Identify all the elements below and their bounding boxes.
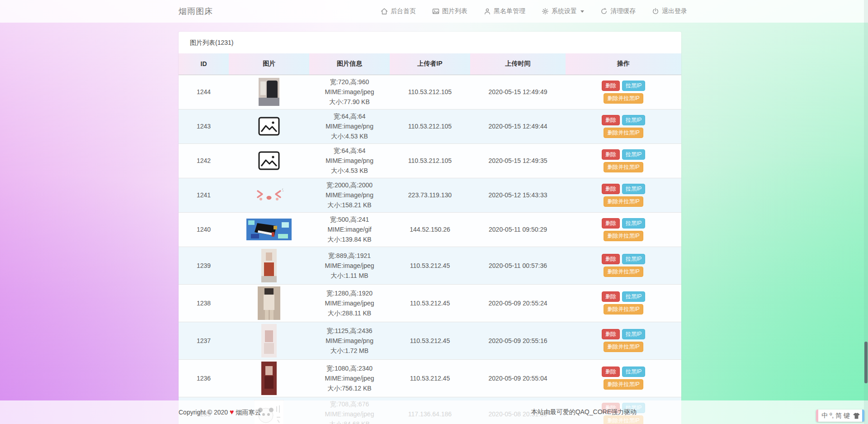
- delete-button[interactable]: 删除: [602, 184, 620, 194]
- image-id-cell: 1241: [179, 178, 229, 212]
- ime-indicator[interactable]: 中 º, 简 键: [816, 410, 864, 422]
- footer: Copyright © 2020 ♥ 烟雨寒云 本站由最可爱的QAQ_CORE强…: [0, 400, 868, 424]
- image-id-cell: 1243: [179, 109, 229, 143]
- upload-time-cell: 2020-05-15 12:49:44: [470, 109, 566, 143]
- nav-item-label: 系统设置: [552, 7, 577, 15]
- delete-button[interactable]: 删除: [602, 149, 620, 160]
- image-thumbnail[interactable]: [258, 151, 280, 170]
- ime-status-text: 中 º, 简 键: [821, 412, 850, 420]
- delete-button[interactable]: 删除: [602, 218, 620, 229]
- table-row: 1243 宽:64,高:64 MIME:image/png 大小:4.53 KB…: [179, 109, 681, 143]
- uploader-ip-cell: 223.73.119.130: [390, 178, 470, 212]
- image-mime: MIME:image/png: [311, 156, 388, 166]
- image-id-cell: 1236: [179, 359, 229, 397]
- image-thumbnail[interactable]: [246, 219, 292, 240]
- image-info-cell: 宽:64,高:64 MIME:image/png 大小:4.53 KB: [309, 109, 390, 143]
- image-dimensions: 宽:1125,高:2436: [311, 326, 388, 336]
- image-info-cell: 宽:1125,高:2436 MIME:image/png 大小:1.72 MB: [309, 322, 390, 359]
- upload-time-cell: 2020-05-15 12:49:35: [470, 143, 566, 178]
- nav-item-refresh[interactable]: 清理缓存: [600, 7, 636, 15]
- image-thumbnail[interactable]: [261, 362, 277, 395]
- gear-icon: [542, 8, 549, 15]
- thumbnail-cell: [229, 178, 309, 212]
- upload-time-cell: 2020-05-09 20:55:24: [470, 284, 566, 322]
- nav-item-image[interactable]: 图片列表: [432, 7, 467, 15]
- blacklist-ip-button[interactable]: 拉黑IP: [622, 218, 645, 229]
- blacklist-ip-button[interactable]: 拉黑IP: [622, 291, 645, 302]
- image-dimensions: 宽:64,高:64: [311, 111, 388, 121]
- chevron-down-icon: [580, 10, 584, 13]
- image-thumbnail[interactable]: [254, 188, 284, 202]
- actions-cell: 删除 拉黑IP 删除并拉黑IP: [566, 143, 681, 178]
- table-row: 1236 宽:1080,高:2340 MIME:image/jpeg 大小:75…: [179, 359, 681, 397]
- delete-and-blacklist-ip-button[interactable]: 删除并拉黑IP: [604, 267, 643, 277]
- nav-item-user[interactable]: 黑名单管理: [484, 7, 525, 15]
- delete-and-blacklist-ip-button[interactable]: 删除并拉黑IP: [604, 231, 643, 241]
- blacklist-ip-button[interactable]: 拉黑IP: [622, 254, 645, 264]
- nav-item-label: 黑名单管理: [494, 7, 525, 15]
- table-row: 1242 宽:64,高:64 MIME:image/png 大小:4.53 KB…: [179, 143, 681, 178]
- delete-and-blacklist-ip-button[interactable]: 删除并拉黑IP: [604, 342, 643, 352]
- image-thumbnail[interactable]: [258, 117, 280, 136]
- nav-menu: 后台首页 图片列表 黑名单管理 系统设置 清理缓存 退出登录: [381, 7, 687, 15]
- delete-button[interactable]: 删除: [602, 81, 620, 91]
- image-dimensions: 宽:500,高:241: [311, 214, 388, 224]
- nav-item-label: 图片列表: [442, 7, 467, 15]
- scrollbar[interactable]: [864, 0, 868, 424]
- image-size: 大小:756.12 KB: [311, 383, 388, 393]
- uploader-ip-cell: 110.53.212.45: [390, 322, 470, 359]
- image-thumbnail[interactable]: [261, 324, 277, 357]
- blacklist-ip-button[interactable]: 拉黑IP: [622, 115, 645, 125]
- image-thumbnail[interactable]: [259, 78, 279, 106]
- nav-item-home[interactable]: 后台首页: [381, 7, 416, 15]
- delete-button[interactable]: 删除: [602, 329, 620, 339]
- image-size: 大小:1.11 MB: [311, 271, 388, 281]
- image-id-cell: 1239: [179, 247, 229, 284]
- blacklist-ip-button[interactable]: 拉黑IP: [622, 184, 645, 194]
- ime-skin-shirt-icon[interactable]: [853, 413, 860, 419]
- delete-and-blacklist-ip-button[interactable]: 删除并拉黑IP: [604, 128, 643, 138]
- image-size: 大小:77.90 KB: [311, 97, 388, 107]
- delete-and-blacklist-ip-button[interactable]: 删除并拉黑IP: [604, 304, 643, 314]
- brand-title[interactable]: 烟雨图床: [179, 6, 213, 17]
- table-row: 1240 宽:500,高:241 MIME:image/gif 大小:139.8…: [179, 212, 681, 247]
- delete-button[interactable]: 删除: [602, 291, 620, 302]
- delete-button[interactable]: 删除: [602, 115, 620, 125]
- actions-cell: 删除 拉黑IP 删除并拉黑IP: [566, 212, 681, 247]
- scrollbar-thumb[interactable]: [864, 342, 868, 383]
- image-id-cell: 1242: [179, 143, 229, 178]
- upload-time-cell: 2020-05-11 00:57:36: [470, 247, 566, 284]
- delete-and-blacklist-ip-button[interactable]: 删除并拉黑IP: [604, 379, 643, 390]
- image-size: 大小:158.21 KB: [311, 200, 388, 210]
- image-thumbnail[interactable]: [261, 249, 277, 282]
- column-header: 操作: [566, 53, 681, 75]
- delete-and-blacklist-ip-button[interactable]: 删除并拉黑IP: [604, 162, 643, 172]
- delete-button[interactable]: 删除: [602, 254, 620, 264]
- blacklist-ip-button[interactable]: 拉黑IP: [622, 367, 645, 377]
- image-dimensions: 宽:2000,高:2000: [311, 180, 388, 190]
- blacklist-ip-button[interactable]: 拉黑IP: [622, 329, 645, 339]
- blacklist-ip-button[interactable]: 拉黑IP: [622, 81, 645, 91]
- actions-cell: 删除 拉黑IP 删除并拉黑IP: [566, 284, 681, 322]
- nav-item-power[interactable]: 退出登录: [652, 7, 687, 15]
- delete-and-blacklist-ip-button[interactable]: 删除并拉黑IP: [604, 196, 643, 207]
- nav-item-label: 后台首页: [391, 7, 416, 15]
- image-thumbnail[interactable]: [258, 286, 280, 320]
- blacklist-ip-button[interactable]: 拉黑IP: [622, 149, 645, 160]
- actions-cell: 删除 拉黑IP 删除并拉黑IP: [566, 322, 681, 359]
- image-dimensions: 宽:64,高:64: [311, 146, 388, 156]
- image-size: 大小:4.53 KB: [311, 131, 388, 141]
- column-header: ID: [179, 53, 229, 75]
- image-mime: MIME:image/png: [311, 121, 388, 131]
- delete-button[interactable]: 删除: [602, 367, 620, 377]
- image-id-cell: 1240: [179, 212, 229, 247]
- column-header: 上传者IP: [390, 53, 470, 75]
- actions-cell: 删除 拉黑IP 删除并拉黑IP: [566, 75, 681, 109]
- thumbnail-cell: [229, 247, 309, 284]
- image-info-cell: 宽:500,高:241 MIME:image/gif 大小:139.84 KB: [309, 212, 390, 247]
- image-dimensions: 宽:1080,高:2340: [311, 363, 388, 373]
- powered-by-text: 本站由最可爱的QAQ_CORE强力驱动: [531, 408, 637, 416]
- nav-item-gear[interactable]: 系统设置: [542, 7, 584, 15]
- delete-and-blacklist-ip-button[interactable]: 删除并拉黑IP: [604, 93, 643, 104]
- image-icon: [432, 8, 439, 15]
